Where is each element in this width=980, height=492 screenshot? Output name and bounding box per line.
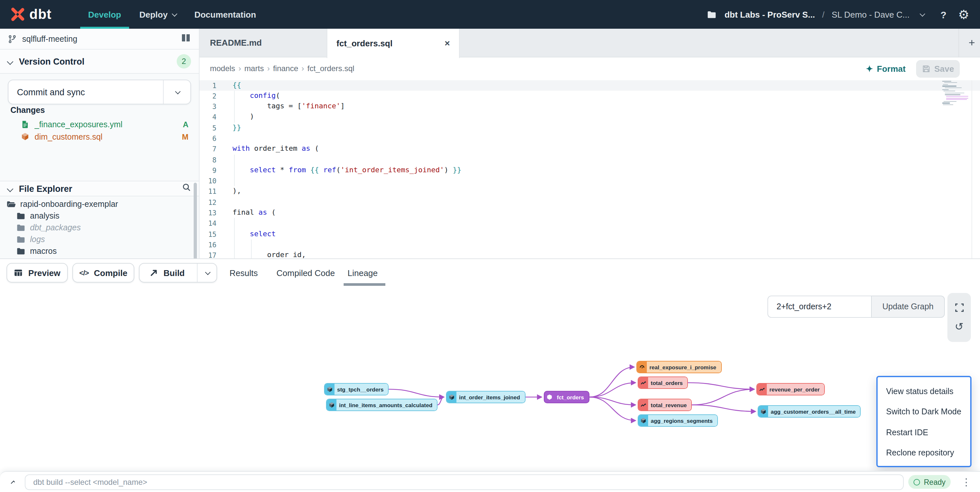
code-line-5[interactable]: 5}} <box>199 122 980 133</box>
line-number: 3 <box>199 101 216 112</box>
lineage-node-fct_orders[interactable]: fct_orders <box>544 391 589 403</box>
line-number: 2 <box>199 91 216 101</box>
breadcrumb-segment[interactable]: models <box>210 64 235 73</box>
tree-item-macros[interactable]: macros <box>0 245 199 257</box>
code-text: ), <box>232 186 241 197</box>
code-line-6[interactable]: 6 <box>199 133 980 144</box>
changed-file[interactable]: dim_customers.sql M <box>0 131 199 143</box>
update-graph-button[interactable]: Update Graph <box>871 296 945 318</box>
gear-icon[interactable]: ⚙ <box>956 7 971 22</box>
git-status-badge: A <box>183 120 188 129</box>
code-line-14[interactable]: 14 <box>199 218 980 229</box>
changed-file[interactable]: _finance_exposures.yml A <box>0 118 199 131</box>
code-line-11[interactable]: 11), <box>199 186 980 197</box>
lineage-node-stg_tpch__orders[interactable]: stg_tpch__orders <box>324 383 389 395</box>
context-menu-item-view-status-details[interactable]: View status details <box>878 381 970 402</box>
code-line-7[interactable]: 7with order_item as ( <box>199 144 980 155</box>
help-icon[interactable]: ? <box>936 7 951 22</box>
tree-item-dbt_packages[interactable]: dbt_packages <box>0 222 199 233</box>
changes-list: _finance_exposures.yml A dim_customers.s… <box>0 118 199 143</box>
lineage-selector-input[interactable] <box>767 296 871 318</box>
chevron-down-icon <box>7 58 13 65</box>
lineage-node-label: int_order_items_joined <box>457 391 525 403</box>
chevron-up-icon[interactable] <box>8 479 14 485</box>
line-number: 1 <box>199 80 216 91</box>
lineage-node-int_order_items_joined[interactable]: int_order_items_joined <box>446 391 525 403</box>
chevron-down-icon <box>172 11 177 17</box>
cube-icon <box>325 384 334 395</box>
lineage-graph[interactable]: stg_tpch__ordersint_line_items_amounts_c… <box>0 259 980 492</box>
command-input[interactable] <box>25 474 904 490</box>
line-number: 10 <box>199 176 216 186</box>
lineage-node-real_exposure_i_promise[interactable]: real_exposure_i_promise <box>636 361 721 373</box>
tree-item-analysis[interactable]: analysis <box>0 210 199 222</box>
code-line-10[interactable]: 10 <box>199 176 980 186</box>
code-text: select <box>232 229 276 240</box>
kebab-menu-icon[interactable]: ⋮ <box>960 472 973 492</box>
context-menu-item-restart-ide[interactable]: Restart IDE <box>878 422 970 443</box>
lineage-toolbar: ↺ <box>947 293 971 342</box>
code-line-13[interactable]: 13final as ( <box>199 208 980 218</box>
lineage-node-label: int_line_items_amounts_calculated <box>336 399 437 411</box>
lineage-node-int_line_items_amounts_calculated[interactable]: int_line_items_amounts_calculated <box>326 399 438 411</box>
code-line-15[interactable]: 15 select <box>199 229 980 240</box>
nav-deploy[interactable]: Deploy <box>130 0 185 29</box>
fullscreen-icon[interactable] <box>954 303 964 313</box>
code-text: {{ <box>232 80 241 91</box>
folder-icon <box>16 247 25 256</box>
lineage-node-agg_regions_segments[interactable]: agg_regions_segments <box>638 414 718 427</box>
lineage-node-label: agg_customer_orders__all_time <box>768 406 860 417</box>
chevron-down-icon[interactable] <box>920 11 925 17</box>
tab-fct-orders[interactable]: fct_orders.sql × <box>327 29 460 58</box>
format-button[interactable]: ✦ Format <box>866 64 906 73</box>
code-line-1[interactable]: 1{{ <box>199 80 980 91</box>
search-icon[interactable] <box>182 183 191 195</box>
lineage-node-total_revenue[interactable]: total_revenue <box>638 399 692 411</box>
tab-readme[interactable]: README.md <box>199 29 262 57</box>
chevron-down-icon <box>7 185 13 192</box>
commit-options-caret[interactable] <box>163 80 190 104</box>
branch-row: sqlfluff-meeting <box>0 29 199 50</box>
file-explorer-header[interactable]: File Explorer <box>0 181 199 196</box>
save-button[interactable]: Save <box>916 60 960 77</box>
code-line-4[interactable]: 4 ) <box>199 112 980 123</box>
lineage-node-agg_customer_orders__all_time[interactable]: agg_customer_orders__all_time <box>758 405 861 418</box>
status-badge[interactable]: Ready <box>908 475 951 489</box>
lineage-node-total_orders[interactable]: total_orders <box>638 377 688 389</box>
branch-name[interactable]: sqlfluff-meeting <box>22 34 77 43</box>
code-line-8[interactable]: 8 <box>199 154 980 165</box>
nav-develop[interactable]: Develop <box>79 0 130 29</box>
code-editor[interactable]: 1{{2 config(3 tags = ['finance']4 )5}}67… <box>199 80 980 259</box>
line-number: 9 <box>199 165 216 176</box>
code-line-16[interactable]: 16 <box>199 240 980 250</box>
nav-documentation[interactable]: Documentation <box>185 0 265 29</box>
lineage-node-revenue_per_order[interactable]: revenue_per_order <box>756 383 825 395</box>
tree-item-rapid-onboarding-exemplar[interactable]: rapid-onboarding-exemplar <box>0 198 199 210</box>
code-line-12[interactable]: 12 <box>199 197 980 208</box>
breadcrumb-segment[interactable]: marts <box>244 64 264 73</box>
project-name[interactable]: dbt Labs - ProServ S... <box>724 10 815 19</box>
code-text: config( <box>232 91 280 101</box>
close-icon[interactable]: × <box>445 39 450 48</box>
code-text: }} <box>232 122 241 133</box>
dbt-logo[interactable]: dbt <box>9 6 51 23</box>
cube-icon <box>544 391 554 403</box>
reset-view-icon[interactable]: ↺ <box>955 322 964 332</box>
environment-name[interactable]: SL Demo - Dave C... <box>832 10 910 19</box>
breadcrumb-segment[interactable]: fct_orders.sql <box>307 64 355 73</box>
code-text: select * from {{ ref('int_order_items_jo… <box>232 165 461 176</box>
context-menu-item-switch-to-dark-mode[interactable]: Switch to Dark Mode <box>878 402 970 422</box>
version-control-header[interactable]: Version Control 2 <box>0 50 199 74</box>
tree-item-logs[interactable]: logs <box>0 233 199 245</box>
new-tab-button[interactable]: + <box>958 29 980 57</box>
code-line-2[interactable]: 2 config( <box>199 91 980 101</box>
docs-book-icon[interactable] <box>181 32 191 45</box>
context-menu-item-reclone-repository[interactable]: Reclone repository <box>878 443 970 463</box>
code-line-9[interactable]: 9 select * from {{ ref('int_order_items_… <box>199 165 980 176</box>
breadcrumb-segment[interactable]: finance <box>273 64 298 73</box>
commit-and-sync-button[interactable]: Commit and sync <box>8 80 191 104</box>
tree-item-label: dbt_packages <box>30 223 81 232</box>
code-line-3[interactable]: 3 tags = ['finance'] <box>199 101 980 112</box>
path-separator: / <box>821 10 826 19</box>
version-control-title: Version Control <box>19 56 84 66</box>
